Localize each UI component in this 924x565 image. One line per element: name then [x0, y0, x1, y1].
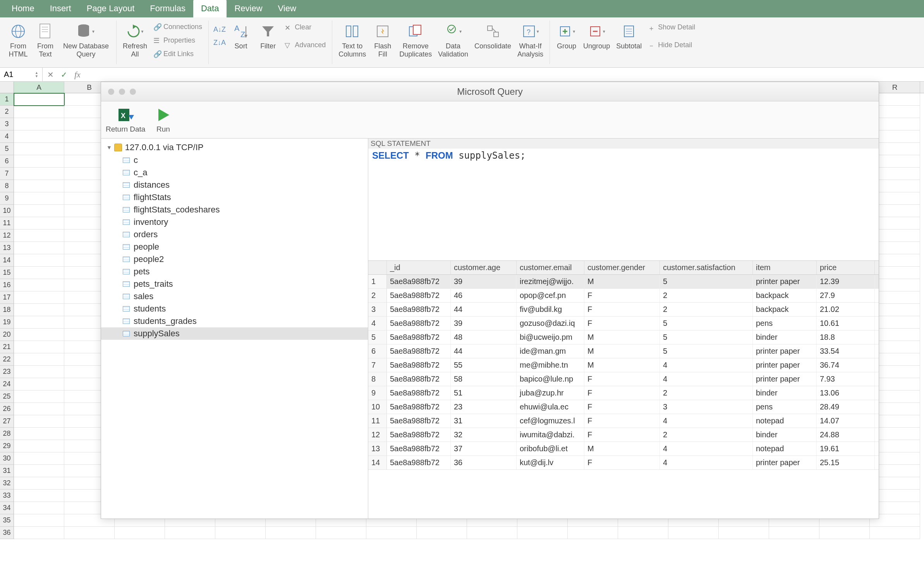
ungroup-button[interactable]: ▼Ungroup — [580, 21, 613, 52]
row-header-15[interactable]: 15 — [0, 267, 14, 279]
result-row[interactable]: 55ae8a988fb7248bi@ucweijo.pmM5binder18.8 — [368, 330, 879, 344]
result-row[interactable]: 65ae8a988fb7244ide@man.gmM5printer paper… — [368, 344, 879, 358]
row-header-26[interactable]: 26 — [0, 403, 14, 415]
cell-A12[interactable] — [14, 229, 64, 242]
row-header-23[interactable]: 23 — [0, 366, 14, 378]
row-header-17[interactable]: 17 — [0, 291, 14, 304]
tab-home[interactable]: Home — [4, 0, 42, 17]
row-header-5[interactable]: 5 — [0, 143, 14, 155]
row-header-36[interactable]: 36 — [0, 527, 14, 539]
row-header-10[interactable]: 10 — [0, 205, 14, 217]
row-header-1[interactable]: 1 — [0, 93, 14, 106]
tab-formulas[interactable]: Formulas — [142, 0, 193, 17]
cancel-icon[interactable]: ✕ — [47, 70, 54, 79]
cell-A17[interactable] — [14, 291, 64, 304]
run-button[interactable]: Run — [155, 106, 172, 134]
data-validation-button[interactable]: ▼Data Validation — [435, 21, 471, 60]
zoom-window-icon[interactable] — [130, 89, 136, 95]
cell-A10[interactable] — [14, 205, 64, 217]
row-header-14[interactable]: 14 — [0, 254, 14, 267]
row-header-32[interactable]: 32 — [0, 477, 14, 490]
table-node-orders[interactable]: orders — [101, 228, 368, 241]
table-node-c_a[interactable]: c_a — [101, 166, 368, 179]
table-node-c[interactable]: c — [101, 154, 368, 166]
consolidate-button[interactable]: Consolidate — [471, 21, 514, 60]
table-node-students_grades[interactable]: students_grades — [101, 315, 368, 327]
row-header-13[interactable]: 13 — [0, 242, 14, 254]
cell-A34[interactable] — [14, 502, 64, 514]
subtotal-button[interactable]: Subtotal — [613, 21, 645, 52]
cell-A13[interactable] — [14, 242, 64, 254]
cell-A18[interactable] — [14, 304, 64, 316]
cell-A15[interactable] — [14, 267, 64, 279]
cell-A9[interactable] — [14, 192, 64, 205]
row-header-4[interactable]: 4 — [0, 130, 14, 143]
row-header-34[interactable]: 34 — [0, 502, 14, 514]
cell-R36[interactable] — [870, 527, 920, 539]
table-node-pets[interactable]: pets — [101, 265, 368, 278]
table-node-flightStats[interactable]: flightStats — [101, 191, 368, 204]
row-header-9[interactable]: 9 — [0, 192, 14, 205]
show-detail-button[interactable]: ＋Show Detail — [645, 22, 698, 33]
tab-view[interactable]: View — [270, 0, 304, 17]
cell-A33[interactable] — [14, 490, 64, 502]
new-db-query-button[interactable]: ▼ New Database Query — [59, 21, 113, 60]
edit-links-button[interactable]: 🔗Edit Links — [150, 48, 205, 60]
result-row[interactable]: 15ae8a988fb7239irezitmej@wijjo.M5printer… — [368, 275, 879, 289]
result-grid[interactable]: _id customer.age customer.email customer… — [368, 261, 879, 519]
row-header-24[interactable]: 24 — [0, 378, 14, 390]
col-header-satisfaction[interactable]: customer.satisfaction — [660, 261, 753, 274]
cell-A24[interactable] — [14, 378, 64, 390]
cell-K36[interactable] — [517, 527, 568, 539]
cell-A5[interactable] — [14, 143, 64, 155]
cell-A4[interactable] — [14, 130, 64, 143]
remove-duplicates-button[interactable]: Remove Duplicates — [396, 21, 435, 60]
result-row[interactable]: 145ae8a988fb7236kut@dij.lvF4printer pape… — [368, 456, 879, 470]
row-header-35[interactable]: 35 — [0, 514, 14, 527]
sort-button[interactable]: AZ Sort — [227, 21, 254, 52]
cell-H36[interactable] — [366, 527, 417, 539]
select-all-corner[interactable] — [0, 82, 14, 93]
cell-A7[interactable] — [14, 168, 64, 180]
col-header-price[interactable]: price — [817, 261, 875, 274]
sort-desc-icon[interactable]: Z↓A — [213, 39, 226, 47]
row-header-30[interactable]: 30 — [0, 452, 14, 465]
result-row[interactable]: 135ae8a988fb7237oribofub@li.etM4notepad1… — [368, 442, 879, 456]
table-node-distances[interactable]: distances — [101, 179, 368, 191]
row-header-7[interactable]: 7 — [0, 168, 14, 180]
row-header-28[interactable]: 28 — [0, 428, 14, 440]
row-header-31[interactable]: 31 — [0, 465, 14, 477]
cell-Q36[interactable] — [819, 527, 870, 539]
cell-A29[interactable] — [14, 440, 64, 452]
return-data-button[interactable]: X Return Data — [106, 106, 145, 134]
row-header-25[interactable]: 25 — [0, 390, 14, 403]
table-node-supplySales[interactable]: supplySales — [101, 327, 368, 340]
cell-A8[interactable] — [14, 180, 64, 192]
properties-button[interactable]: ☰Properties — [150, 35, 205, 46]
cell-A36[interactable] — [14, 527, 64, 539]
result-row[interactable]: 115ae8a988fb7231cef@logmuzes.lF4notepad1… — [368, 414, 879, 428]
cell-D36[interactable] — [165, 527, 215, 539]
table-node-pets_traits[interactable]: pets_traits — [101, 278, 368, 290]
cell-A25[interactable] — [14, 390, 64, 403]
sql-editor[interactable]: SELECT * FROM supplySales; — [368, 149, 879, 261]
row-header-21[interactable]: 21 — [0, 341, 14, 353]
row-header-20[interactable]: 20 — [0, 329, 14, 341]
cell-A6[interactable] — [14, 155, 64, 168]
cell-E36[interactable] — [215, 527, 266, 539]
cell-O36[interactable] — [719, 527, 769, 539]
connections-button[interactable]: 🔗Connections — [150, 21, 205, 33]
minimize-window-icon[interactable] — [119, 89, 125, 95]
cell-B36[interactable] — [64, 527, 115, 539]
tab-page-layout[interactable]: Page Layout — [79, 0, 143, 17]
name-box[interactable]: A1 ▲▼ — [0, 68, 43, 81]
advanced-button[interactable]: ▽Advanced — [282, 39, 329, 51]
cell-A21[interactable] — [14, 341, 64, 353]
row-header-27[interactable]: 27 — [0, 415, 14, 428]
cell-A28[interactable] — [14, 428, 64, 440]
cell-A30[interactable] — [14, 452, 64, 465]
col-header-gender[interactable]: customer.gender — [584, 261, 660, 274]
row-header-16[interactable]: 16 — [0, 279, 14, 291]
hide-detail-button[interactable]: －Hide Detail — [645, 39, 698, 51]
result-row[interactable]: 95ae8a988fb7251juba@zup.hrF2binder13.06 — [368, 386, 879, 400]
